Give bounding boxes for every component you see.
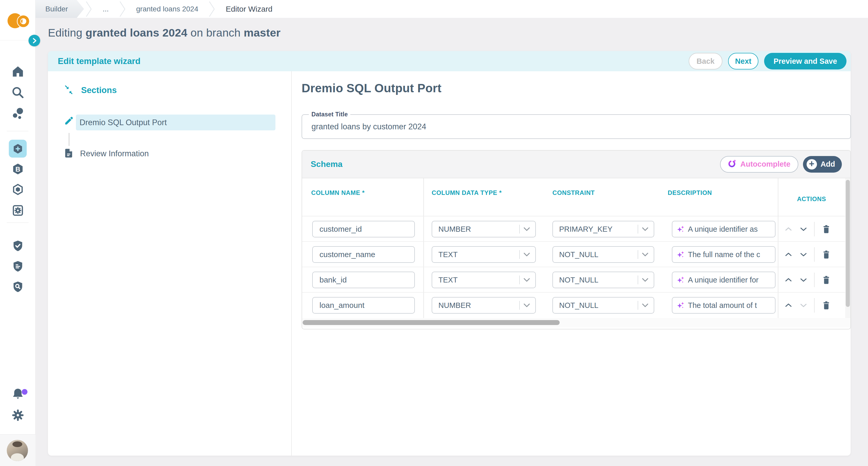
actions-divider — [814, 222, 815, 236]
table-vertical-scrollbar[interactable] — [845, 178, 850, 318]
autocomplete-button[interactable]: Autocomplete — [720, 156, 798, 173]
row-actions — [783, 242, 845, 267]
description-text: A unique identifier as — [688, 225, 771, 234]
dataset-title-input[interactable] — [302, 115, 850, 138]
section-item-review-information[interactable]: Review Information — [63, 148, 149, 159]
delete-row-button[interactable] — [820, 248, 833, 261]
move-up-button[interactable] — [783, 302, 794, 309]
actions-divider — [814, 273, 815, 287]
table-horizontal-scrollbar[interactable] — [302, 318, 850, 327]
data-type-select[interactable]: TEXT — [432, 246, 536, 263]
sidebar-item-marketplace[interactable] — [0, 181, 35, 198]
chevron-down-icon — [642, 252, 649, 256]
constraint-select[interactable]: NOT_NULL — [552, 297, 654, 314]
sidebar-item-data-products[interactable] — [0, 105, 35, 121]
plus-icon: + — [807, 159, 817, 169]
app-window: B — [0, 0, 868, 466]
description-field[interactable]: The total amount of t — [672, 297, 775, 314]
breadcrumb: Builder ... granted loans 2024 Editor Wi… — [35, 0, 868, 18]
schema-table: COLUMN NAME * COLUMN DATA TYPE * CONSTRA… — [302, 178, 850, 318]
chevron-down-icon — [642, 227, 649, 231]
data-type-select[interactable]: NUMBER — [432, 297, 536, 314]
move-down-button[interactable] — [798, 276, 809, 284]
actions-divider — [814, 247, 815, 262]
collapse-sections-icon[interactable] — [64, 85, 74, 96]
data-type-select[interactable]: TEXT — [432, 272, 536, 288]
schema-card: Schema — [302, 150, 851, 330]
constraint-select[interactable]: PRIMARY_KEY — [552, 221, 654, 238]
column-name-input[interactable] — [313, 272, 414, 288]
description-text: The total amount of t — [688, 301, 771, 310]
select-value: TEXT — [438, 276, 519, 284]
move-up-button[interactable] — [783, 251, 794, 258]
sidebar-item-governance-policies[interactable] — [0, 258, 35, 275]
move-down-button[interactable] — [798, 251, 809, 258]
column-name-input[interactable] — [313, 298, 414, 313]
sections-header: Sections — [64, 85, 117, 96]
table-row: NUMBER NOT_NULL The total amount of t — [302, 292, 850, 318]
notifications-bell-icon[interactable] — [0, 386, 35, 403]
sidebar-item-governance-search[interactable] — [0, 279, 35, 295]
col-header-column-name: COLUMN NAME * — [311, 189, 365, 196]
breadcrumb-item-current: Editor Wizard — [217, 0, 281, 18]
column-name-input[interactable] — [313, 221, 414, 237]
constraint-select[interactable]: NOT_NULL — [552, 272, 654, 288]
sidebar-item-governance-check[interactable] — [0, 238, 35, 254]
sidebar-divider — [7, 222, 29, 223]
table-header-row: COLUMN NAME * COLUMN DATA TYPE * CONSTRA… — [302, 178, 850, 216]
delete-row-button[interactable] — [820, 299, 833, 312]
svg-text:B: B — [15, 165, 20, 173]
form-section-title: Dremio SQL Output Port — [302, 81, 441, 95]
scrollbar-thumb[interactable] — [846, 180, 850, 307]
column-name-input[interactable] — [313, 247, 414, 262]
settings-gear-icon[interactable] — [0, 407, 35, 424]
section-item-dremio-sql-output-port[interactable]: Dremio SQL Output Port — [76, 115, 275, 130]
sidebar-footer — [0, 434, 35, 466]
user-avatar[interactable] — [7, 440, 28, 461]
description-text: The full name of the c — [688, 250, 771, 259]
next-button[interactable]: Next — [728, 53, 758, 69]
breadcrumb-chevron-icon — [209, 0, 215, 18]
breadcrumb-item-builder[interactable]: Builder — [35, 0, 84, 18]
sections-panel: Sections Dremio SQL Output Port — [48, 71, 292, 456]
sidebar-item-home[interactable] — [0, 63, 35, 80]
move-up-button[interactable] — [783, 225, 794, 233]
sidebar-item-blueprints[interactable]: B — [0, 161, 35, 177]
dataset-title-label: Dataset Title — [309, 111, 350, 118]
add-column-button[interactable]: + Add — [803, 156, 842, 173]
sidebar-item-platform-settings[interactable] — [0, 202, 35, 219]
description-text: A unique identifier for — [688, 276, 771, 284]
autocomplete-label: Autocomplete — [740, 160, 790, 168]
dataset-title-field: Dataset Title — [302, 114, 851, 139]
sidebar-item-add-entity[interactable] — [9, 140, 27, 158]
wizard-title: Edit template wizard — [58, 56, 141, 66]
col-header-actions: ACTIONS — [778, 195, 845, 203]
scrollbar-thumb[interactable] — [303, 320, 560, 325]
move-down-button[interactable] — [798, 302, 809, 309]
data-type-select[interactable]: NUMBER — [432, 221, 536, 238]
sidebar-item-search[interactable] — [0, 84, 35, 101]
select-value: NOT_NULL — [559, 250, 638, 259]
constraint-select[interactable]: NOT_NULL — [552, 246, 654, 263]
description-field[interactable]: A unique identifier as — [672, 221, 775, 238]
move-down-button[interactable] — [798, 225, 809, 233]
preview-and-save-button[interactable]: Preview and Save — [764, 53, 846, 69]
breadcrumb-item-entity[interactable]: granted loans 2024 — [127, 0, 207, 18]
chevron-down-icon — [523, 278, 530, 282]
sparkles-icon — [677, 250, 685, 259]
description-field[interactable]: The full name of the c — [672, 246, 775, 263]
col-header-data-type: COLUMN DATA TYPE * — [432, 189, 502, 196]
delete-row-button[interactable] — [820, 273, 833, 287]
witboost-logo-icon — [4, 11, 32, 32]
breadcrumb-item-ellipsis[interactable]: ... — [94, 0, 117, 18]
back-button[interactable]: Back — [689, 53, 722, 69]
move-up-button[interactable] — [783, 276, 794, 284]
wizard-buttons: Back Next Preview and Save — [689, 53, 846, 69]
sidebar-expand-button[interactable] — [29, 35, 40, 46]
schema-title: Schema — [311, 159, 343, 169]
col-header-description: DESCRIPTION — [668, 189, 712, 196]
delete-row-button[interactable] — [820, 222, 833, 236]
edit-template-wizard-card: Edit template wizard Back Next Preview a… — [48, 51, 850, 456]
select-value: NOT_NULL — [559, 276, 638, 284]
description-field[interactable]: A unique identifier for — [672, 272, 775, 288]
